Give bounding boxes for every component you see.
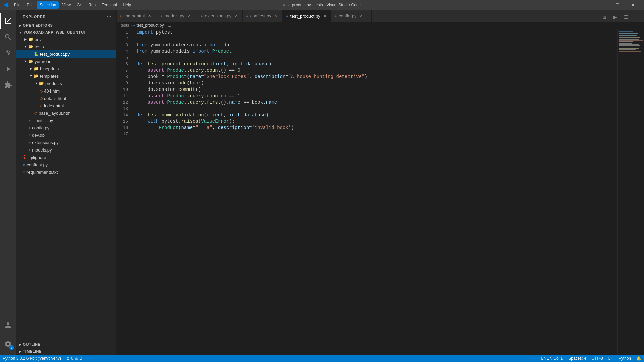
menu-terminal[interactable]: Terminal xyxy=(99,1,119,9)
tab-test-product-py[interactable]: ● test_product.py ✕ xyxy=(283,10,331,22)
menu-file[interactable]: File xyxy=(11,1,23,9)
more-actions-button[interactable]: ⋯ xyxy=(632,12,641,22)
split-editor-button[interactable]: ⊞ xyxy=(600,12,609,22)
timeline-header[interactable]: ▶ TIMELINE xyxy=(16,348,116,355)
tree-arrow-templates: ▼ xyxy=(28,73,34,79)
status-python-version[interactable]: Python 3.8.2 64-bit ('venv': venv) xyxy=(0,355,64,362)
titlebar: File Edit Selection View Go Run Terminal… xyxy=(0,0,644,10)
tree-item-details[interactable]: ◇ details.html xyxy=(16,95,116,102)
menu-edit[interactable]: Edit xyxy=(24,1,36,9)
tab-index-html[interactable]: ◇ index.html ✕ xyxy=(117,10,157,22)
minimap-line-10 xyxy=(619,43,632,44)
minimap-line-3 xyxy=(619,33,638,34)
status-encoding[interactable]: UTF-8 xyxy=(589,355,606,362)
menu-go[interactable]: Go xyxy=(74,1,85,9)
breadcrumb-file[interactable]: ● test_product.py xyxy=(133,23,164,28)
minimize-button[interactable]: ─ xyxy=(594,0,610,10)
tree-item-yumroad[interactable]: ▼ 📂 yumroad xyxy=(16,58,116,65)
tree-item-env[interactable]: ▶ 📁 env xyxy=(16,36,116,43)
activity-extensions-icon[interactable] xyxy=(0,77,16,93)
code-line-14: def test_name_validation(client, init_da… xyxy=(136,112,617,118)
close-button[interactable]: ✕ xyxy=(625,0,641,10)
tree-item-gitignore[interactable]: ⦿ .gitignore xyxy=(16,154,116,161)
activity-source-control-icon[interactable] xyxy=(0,45,16,61)
tree-label-conftest: conftest.py xyxy=(26,162,48,167)
tree-label-templates: templates xyxy=(40,74,59,79)
activity-explorer-icon[interactable] xyxy=(0,13,16,29)
tree-label-index-html: index.html xyxy=(44,103,64,108)
status-spaces[interactable]: Spaces: 4 xyxy=(566,355,589,362)
menu-selection[interactable]: Selection xyxy=(37,1,59,9)
ln-1: 1 xyxy=(117,29,131,36)
run-button[interactable]: ▶ xyxy=(610,12,620,22)
tab-close-config-py[interactable]: ✕ xyxy=(358,13,364,19)
tree-item-templates[interactable]: ▼ 📂 templates xyxy=(16,72,116,80)
project-header[interactable]: ▼ YUMROAD-APP [WSL: UBUNTU] xyxy=(16,29,116,36)
bell-icon: 🔔 xyxy=(636,356,641,361)
status-line-col[interactable]: Ln 17, Col 1 xyxy=(539,355,566,362)
tab-close-models-py[interactable]: ✕ xyxy=(186,13,192,19)
py-icon-models: ● xyxy=(28,147,31,152)
code-line-13 xyxy=(136,106,617,112)
tab-models-py[interactable]: ● models.py ✕ xyxy=(157,10,197,22)
tree-item-init[interactable]: ● __init__.py xyxy=(16,117,116,124)
ln-15: 15 xyxy=(117,118,131,125)
activity-settings-icon[interactable]: 1 xyxy=(0,336,16,352)
menu-run[interactable]: Run xyxy=(86,1,98,9)
status-notifications[interactable]: 🔔 xyxy=(634,355,644,362)
tree-item-base-layout[interactable]: ◇ base_layout.html xyxy=(16,109,116,117)
tab-close-conftest-py[interactable]: ✕ xyxy=(273,13,279,19)
tree-item-devdb[interactable]: ≡ dev.db xyxy=(16,131,116,139)
maximize-button[interactable]: ☐ xyxy=(610,0,625,10)
tree-item-config[interactable]: ● config.py xyxy=(16,124,116,131)
code-editor[interactable]: 1 2 3 4 5 6 7 8 9 10 11 12 13 14 15 16 1… xyxy=(117,29,644,355)
menu-view[interactable]: View xyxy=(59,1,73,9)
code-line-8: book = Product(name="Sherlock Homes", de… xyxy=(136,74,617,80)
py-icon-config: ● xyxy=(28,125,31,130)
minimap-line-8 xyxy=(619,40,643,41)
breadcrumb-more[interactable]: ... xyxy=(168,23,171,28)
tree-arrow-tests: ▼ xyxy=(23,44,28,49)
tree-item-blueprints[interactable]: ▶ 📁 blueprints xyxy=(16,65,116,72)
tree-item-products[interactable]: ▼ 📂 products xyxy=(16,80,116,87)
activity-search-icon[interactable] xyxy=(0,29,16,45)
layout-button[interactable]: ☰ xyxy=(621,12,631,22)
timeline-label: TIMELINE xyxy=(23,349,42,353)
tree-item-tests[interactable]: ▼ 📂 tests xyxy=(16,43,116,50)
outline-arrow: ▶ xyxy=(19,343,22,346)
tab-conftest-py[interactable]: ● conftest.py ✕ xyxy=(243,10,283,22)
tab-close-index-html[interactable]: ✕ xyxy=(147,13,152,19)
encoding-label: UTF-8 xyxy=(592,356,603,361)
tree-item-requirements[interactable]: ≡ requirements.txt xyxy=(16,168,116,176)
new-file-button[interactable]: ⋯ xyxy=(106,13,112,20)
minimap-line-4 xyxy=(619,35,637,36)
activity-run-icon[interactable] xyxy=(0,61,16,77)
code-line-12: assert Product.query.first().name == boo… xyxy=(136,99,617,106)
tab-close-test-product-py[interactable]: ✕ xyxy=(322,13,328,19)
tab-config-py[interactable]: ● config.py ✕ xyxy=(331,10,372,22)
outline-header[interactable]: ▶ OUTLINE xyxy=(16,341,116,348)
tab-close-extensions-py[interactable]: ✕ xyxy=(233,13,239,19)
tree-label-products: products xyxy=(45,81,62,86)
open-editors-header[interactable]: ▶ OPEN EDITORS xyxy=(16,22,116,29)
code-line-7: assert Product.query.count() == 0 xyxy=(136,67,617,74)
tree-item-test-product[interactable]: 🐍 test_product.py xyxy=(16,50,116,58)
tree-item-extensions[interactable]: ● extensions.py xyxy=(16,139,116,146)
tree-label-404: 404.html xyxy=(44,88,61,94)
status-errors[interactable]: ⊘ 0 ⚠ 0 xyxy=(64,355,85,362)
tree-item-404[interactable]: ◇ 404.html xyxy=(16,87,116,95)
breadcrumb-tests[interactable]: tests xyxy=(121,23,129,28)
activity-account-icon[interactable] xyxy=(0,317,16,333)
status-left: Python 3.8.2 64-bit ('venv': venv) ⊘ 0 ⚠… xyxy=(0,355,85,362)
status-language[interactable]: Python xyxy=(616,355,634,362)
tree-item-conftest[interactable]: ● conftest.py xyxy=(16,161,116,168)
tree-item-models[interactable]: ● models.py xyxy=(16,146,116,154)
code-content[interactable]: import pytest from yumroad.extensions im… xyxy=(133,29,617,355)
tab-extensions-py[interactable]: ● extensions.py ✕ xyxy=(197,10,243,22)
tab-icon-index-html: ◇ xyxy=(120,14,123,18)
status-line-ending[interactable]: LF xyxy=(606,355,616,362)
timeline-arrow: ▶ xyxy=(19,350,22,353)
menu-help[interactable]: Help xyxy=(120,1,134,9)
tree-item-index-html[interactable]: ◇ index.html xyxy=(16,102,116,109)
code-line-11: assert Product.query.count() == 1 xyxy=(136,93,617,99)
